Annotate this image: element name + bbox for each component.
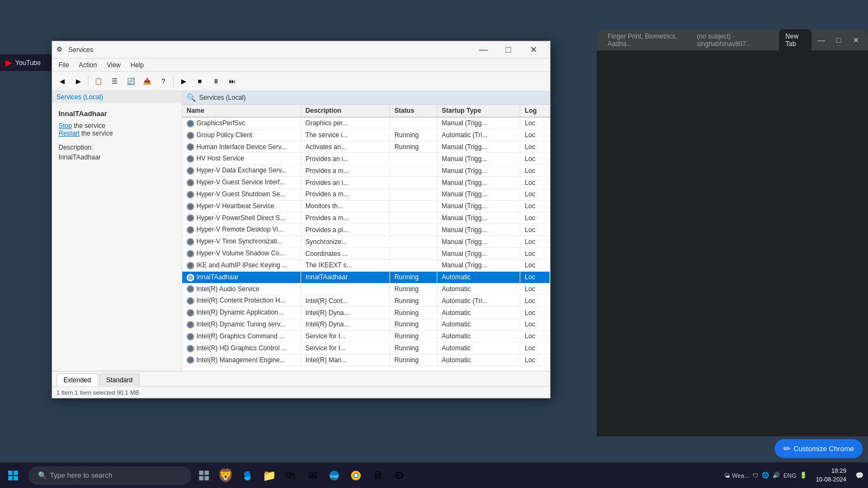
table-row[interactable]: HV Host Service Provides an i... Manual … [182, 153, 550, 165]
table-row[interactable]: Human Interface Device Serv... Activates… [182, 141, 550, 153]
network-tray-icon[interactable]: 🌐 [762, 472, 769, 479]
status-text: 1 Item 1 Item selected 90.1 MB [56, 389, 139, 396]
service-name-cell: Group Policy Client [182, 129, 301, 141]
table-row[interactable]: Hyper-V Guest Shutdown Se... Provides a … [182, 188, 550, 200]
panel-nav-services-local[interactable]: Services (Local) [52, 91, 182, 103]
service-desc-cell [301, 283, 390, 295]
service-status-cell [390, 188, 437, 200]
chrome-tab-2[interactable]: (no subject) - singhabhinav807... [690, 29, 776, 51]
weather-tray-icon[interactable]: 🌤 Wea... [724, 472, 749, 479]
menu-help[interactable]: Help [126, 60, 149, 70]
service-startup-cell: Manual (Trigg... [437, 117, 520, 129]
col-header-name[interactable]: Name [182, 105, 301, 117]
service-name-cell: Hyper-V Heartbeat Service [182, 200, 301, 212]
toolbar-forward-btn[interactable]: ▶ [71, 74, 86, 89]
tab-extended[interactable]: Extended [56, 374, 98, 386]
restart-service-link[interactable]: Restart [59, 130, 80, 137]
window-minimize-btn[interactable]: — [471, 41, 496, 59]
edge-icon[interactable] [237, 463, 258, 489]
window-maximize-btn[interactable]: □ [496, 41, 521, 59]
toolbar-export-btn[interactable]: 📤 [139, 74, 155, 89]
col-header-startup[interactable]: Startup Type [437, 105, 520, 117]
lion-icon[interactable]: 🦁 [215, 463, 237, 489]
table-row[interactable]: Hyper-V Remote Desktop Vi... Provides a … [182, 224, 550, 236]
edge-browser-icon [241, 470, 253, 481]
table-row[interactable]: Intel(R) Content Protection H... Intel(R… [182, 295, 550, 307]
table-row[interactable]: InnalTAadhaar InnalTAadhaar Running Auto… [182, 271, 550, 283]
service-desc-cell: Intel(R) Dyna... [301, 307, 390, 319]
battery-tray-icon[interactable]: 🔋 [800, 472, 807, 479]
task-view-button[interactable] [193, 463, 215, 489]
description-label: Description: [59, 144, 175, 151]
menu-action[interactable]: Action [74, 60, 101, 70]
table-row[interactable]: IKE and AuthIP IPsec Keying ... The IKEE… [182, 259, 550, 271]
table-row[interactable]: Intel(R) Graphics Command ... Service fo… [182, 330, 550, 342]
chrome-tab-1[interactable]: Finger Print, Biometrics, Aadha... [601, 29, 688, 51]
col-header-status[interactable]: Status [390, 105, 437, 117]
volume-tray-icon[interactable]: 🔊 [773, 472, 780, 479]
service-startup-cell: Manual (Trigg... [437, 259, 520, 271]
antivirus-tray-icon[interactable]: 🛡 [752, 472, 758, 479]
chrome-icon[interactable] [345, 463, 367, 489]
table-row[interactable]: Hyper-V Volume Shadow Co... Coordinates … [182, 248, 550, 260]
chrome-close-btn[interactable]: ✕ [848, 33, 864, 48]
youtube-label: YouTube [15, 59, 41, 67]
chrome-maximize-btn[interactable]: □ [831, 33, 846, 48]
svg-rect-4 [199, 471, 203, 475]
table-row[interactable]: Intel(R) Management Engine... Intel(R) M… [182, 354, 550, 366]
stop-service-link[interactable]: Stop [59, 122, 72, 130]
clock-time: 18:29 [816, 467, 846, 475]
table-row[interactable]: Hyper-V Heartbeat Service Monitors th...… [182, 200, 550, 212]
toolbar-list-btn[interactable]: ☰ [107, 74, 122, 89]
settings-icon[interactable]: ⚙ [388, 463, 410, 489]
service-log-cell: Loc [520, 117, 550, 129]
service-desc-cell: Service for I... [301, 330, 390, 342]
toolbar-back-btn[interactable]: ◀ [54, 74, 69, 89]
service-name-cell: InnalTAadhaar [182, 271, 301, 283]
service-startup-cell: Manual (Trigg... [437, 188, 520, 200]
table-row[interactable]: Hyper-V Guest Service Interf... Provides… [182, 177, 550, 189]
toolbar-restart-btn[interactable]: ⏭ [225, 74, 240, 89]
table-row[interactable]: Hyper-V PowerShell Direct S... Provides … [182, 212, 550, 224]
service-log-cell: Loc [520, 224, 550, 236]
file-explorer-icon[interactable]: 📁 [258, 463, 280, 489]
table-row[interactable]: Intel(R) Audio Service Running Automatic… [182, 283, 550, 295]
windows-explorer-icon[interactable]: 🖥 [367, 463, 388, 489]
tab-standard[interactable]: Standard [99, 374, 140, 386]
dell-icon[interactable]: Dell [323, 463, 345, 489]
notification-center-button[interactable]: 💬 [851, 463, 868, 489]
services-table-container[interactable]: Name Description Status Startup Type Log… [182, 105, 550, 371]
service-name-cell: Intel(R) Audio Service [182, 283, 301, 295]
toolbar-stop-btn[interactable]: ■ [192, 74, 207, 89]
table-row[interactable]: Group Policy Client The service i... Run… [182, 129, 550, 141]
chrome-tab-3[interactable]: New Tab [779, 29, 812, 51]
table-row[interactable]: Intel(R) Dynamic Tuning serv... Intel(R)… [182, 319, 550, 331]
table-row[interactable]: Hyper-V Data Exchange Serv... Provides a… [182, 165, 550, 177]
chrome-minimize-btn[interactable]: — [814, 33, 829, 48]
service-log-cell: Loc [520, 165, 550, 177]
window-close-btn[interactable]: ✕ [521, 41, 546, 59]
col-header-desc[interactable]: Description [301, 105, 390, 117]
lang-indicator[interactable]: ENG [783, 472, 796, 479]
col-header-log[interactable]: Log [520, 105, 550, 117]
taskbar-search-bar[interactable]: 🔍 Type here to search [28, 466, 191, 485]
toolbar-pause-btn[interactable]: ⏸ [208, 74, 224, 89]
table-row[interactable]: Intel(R) HD Graphics Control ... Service… [182, 342, 550, 354]
store-icon[interactable]: 🛍 [280, 463, 302, 489]
toolbar-play-btn[interactable]: ▶ [176, 74, 191, 89]
customize-chrome-button[interactable]: ✏ Customize Chrome [775, 439, 863, 458]
toolbar-view-btn[interactable]: 📋 [91, 74, 106, 89]
menu-file[interactable]: File [54, 60, 73, 70]
toolbar-refresh-btn[interactable]: 🔄 [123, 74, 138, 89]
start-button[interactable] [0, 463, 26, 489]
table-row[interactable]: Hyper-V Time Synchronizati... Synchroniz… [182, 236, 550, 248]
table-row[interactable]: GraphicsPerfSvc Graphics per... Manual (… [182, 117, 550, 129]
menu-view[interactable]: View [103, 60, 125, 70]
table-row[interactable]: Intel(R) Dynamic Application... Intel(R)… [182, 307, 550, 319]
mail-icon[interactable]: ✉ [302, 463, 323, 489]
service-log-cell: Loc [520, 141, 550, 153]
service-name-cell: Human Interface Device Serv... [182, 141, 301, 153]
toolbar-help-btn[interactable]: ? [156, 74, 171, 89]
services-table: Name Description Status Startup Type Log… [182, 105, 550, 366]
window-titlebar[interactable]: ⚙ Services — □ ✕ [52, 41, 550, 59]
